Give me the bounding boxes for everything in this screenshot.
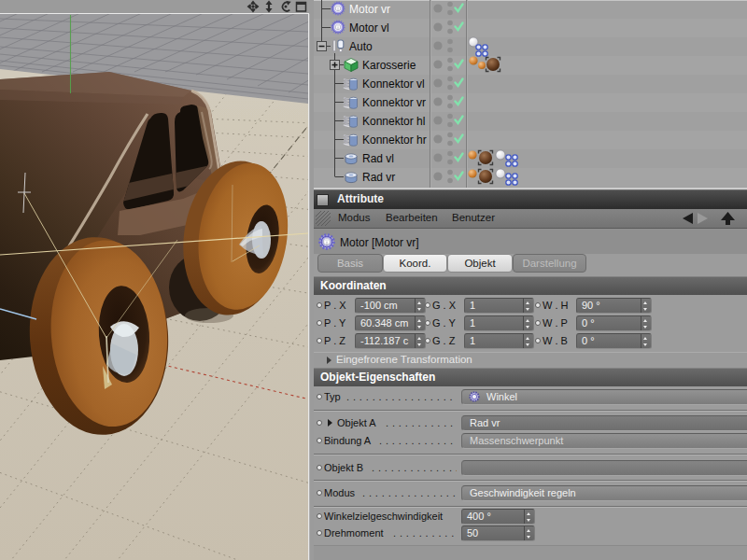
svg-text:Konnektor hr: Konnektor hr [362,133,427,147]
svg-text:Karosserie: Karosserie [362,59,416,72]
svg-text:Motor vl: Motor vl [349,21,389,35]
svg-text:Rad vl: Rad vl [362,152,394,165]
svg-text:Konnektor vl: Konnektor vl [362,77,425,91]
svg-text:Konnektor hl: Konnektor hl [362,115,425,128]
svg-text:Motor vr: Motor vr [349,3,390,16]
svg-text:Auto: Auto [349,40,373,53]
svg-text:Rad vr: Rad vr [362,171,395,184]
svg-text:Konnektor vr: Konnektor vr [362,96,426,109]
